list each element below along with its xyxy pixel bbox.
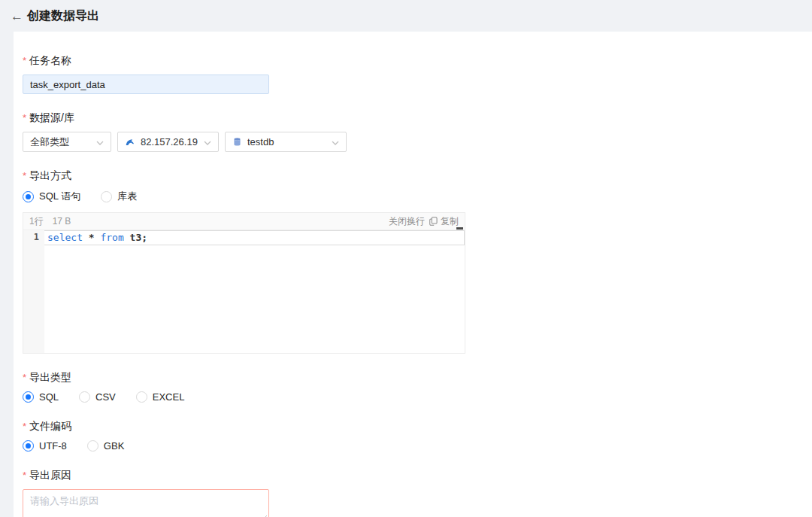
datasource-type-value: 全部类型 [30, 135, 90, 149]
byte-size: 17 B [53, 216, 71, 227]
line-number: 1 [23, 232, 39, 242]
chevron-down-icon [204, 136, 211, 147]
toggle-wrap-button[interactable]: 关闭换行 [389, 215, 425, 228]
sql-editor: 1行 17 B 关闭换行 复制 1 select * from t3; [23, 212, 812, 354]
radio-icon [23, 440, 34, 452]
datasource-label: *数据源/库 [23, 111, 812, 125]
section-datasource: *数据源/库 全部类型 82.157.26.195 [23, 111, 812, 152]
radio-icon [23, 191, 34, 202]
radio-excel[interactable]: EXCEL [136, 391, 185, 403]
export-reason-label: *导出原因 [23, 469, 812, 482]
radio-utf8[interactable]: UTF-8 [23, 440, 67, 452]
section-file-encoding: *文件编码 UTF-8 GBK [23, 420, 812, 452]
back-icon[interactable]: ← [11, 10, 27, 23]
radio-icon [136, 391, 147, 403]
section-task-name: *任务名称 [23, 54, 812, 94]
task-name-input[interactable] [23, 75, 269, 94]
export-type-radio-group: SQL CSV EXCEL [23, 391, 812, 403]
chevron-down-icon [332, 136, 339, 147]
radio-icon [87, 440, 98, 452]
chevron-down-icon [96, 136, 104, 147]
section-export-reason: *导出原因 [23, 469, 812, 517]
datasource-instance-select[interactable]: 82.157.26.195 [117, 132, 219, 152]
section-export-method: *导出方式 SQL 语句 库表 [23, 169, 812, 203]
code-area[interactable]: select * from t3; [44, 230, 465, 353]
export-method-label: *导出方式 [23, 169, 812, 183]
sql-editor-toolbar: 1行 17 B 关闭换行 复制 [23, 213, 465, 230]
datasource-database-value: testdb [247, 136, 326, 147]
export-method-radio-group: SQL 语句 库表 [23, 190, 812, 203]
datasource-select-row: 全部类型 82.157.26.195 testdb [23, 132, 812, 152]
copy-button[interactable]: 复制 [429, 215, 459, 228]
radio-icon [23, 391, 34, 403]
file-encoding-radio-group: UTF-8 GBK [23, 440, 812, 452]
scroll-marker [456, 227, 463, 230]
database-icon [232, 137, 242, 147]
required-asterisk: * [23, 55, 26, 66]
datasource-type-select[interactable]: 全部类型 [23, 132, 111, 152]
export-reason-textarea[interactable] [23, 489, 269, 517]
radio-sql[interactable]: SQL [23, 391, 59, 403]
radio-icon [101, 191, 112, 202]
radio-icon [79, 391, 90, 403]
page-title: 创建数据导出 [27, 8, 99, 24]
datasource-database-select[interactable]: testdb [225, 132, 347, 152]
required-asterisk: * [23, 421, 26, 432]
required-asterisk: * [23, 470, 26, 481]
mysql-icon [125, 137, 135, 147]
datasource-instance-value: 82.157.26.195 [141, 136, 198, 147]
radio-table[interactable]: 库表 [101, 190, 137, 203]
task-name-label: *任务名称 [23, 54, 812, 68]
sql-editor-body[interactable]: 1 select * from t3; [23, 230, 465, 353]
form-card: *任务名称 *数据源/库 全部类型 82.157.26.195 [14, 32, 812, 517]
radio-csv[interactable]: CSV [79, 391, 116, 403]
required-asterisk: * [23, 372, 26, 383]
line-count: 1行 [29, 215, 44, 228]
required-asterisk: * [23, 170, 26, 181]
radio-sql-statement[interactable]: SQL 语句 [23, 190, 80, 203]
export-type-label: *导出类型 [23, 371, 812, 385]
copy-icon [429, 217, 438, 226]
section-export-type: *导出类型 SQL CSV EXCEL [23, 371, 812, 403]
file-encoding-label: *文件编码 [23, 420, 812, 433]
top-bar: ← 创建数据导出 [0, 0, 812, 32]
required-asterisk: * [23, 112, 26, 123]
code-line[interactable]: select * from t3; [44, 230, 465, 245]
radio-gbk[interactable]: GBK [87, 440, 124, 452]
line-number-gutter: 1 [23, 230, 44, 353]
